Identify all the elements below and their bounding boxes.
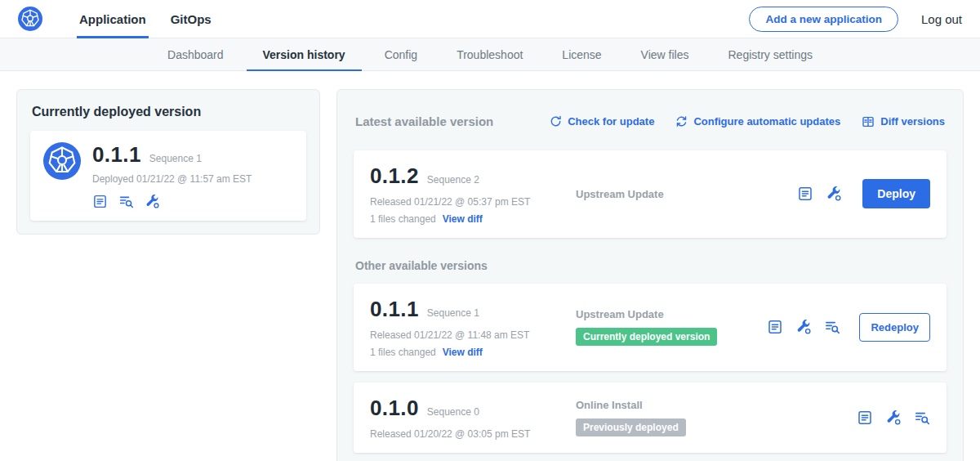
app-subnav: Dashboard Version history Config Trouble…: [0, 38, 980, 71]
versions-panel: Latest available version Check for updat…: [336, 89, 964, 461]
subnav-license[interactable]: License: [542, 38, 621, 70]
sync-icon: [675, 115, 688, 128]
subnav-registry-settings[interactable]: Registry settings: [709, 38, 832, 70]
top-navbar: Application GitOps Add a new application…: [0, 0, 980, 38]
currently-deployed-title: Currently deployed version: [32, 105, 306, 119]
subnav-version-history[interactable]: Version history: [243, 38, 365, 70]
version-sequence: Sequence 0: [427, 406, 479, 418]
configure-updates-link[interactable]: Configure automatic updates: [675, 115, 840, 128]
config-wrench-icon[interactable]: [826, 186, 842, 202]
version-number: 0.1.0: [370, 396, 419, 421]
version-source: Online Install: [576, 399, 857, 411]
version-number: 0.1.2: [370, 163, 419, 189]
view-files-icon[interactable]: [118, 194, 134, 209]
diff-icon: [862, 115, 875, 128]
configure-updates-label: Configure automatic updates: [693, 115, 840, 128]
config-wrench-icon[interactable]: [885, 410, 902, 426]
released-date: Released 01/21/22 @ 11:48 am EST: [370, 329, 576, 341]
released-date: Released 01/21/22 @ 05:37 pm EST: [370, 196, 576, 208]
version-number: 0.1.1: [370, 297, 419, 322]
kubernetes-logo-icon: [18, 7, 42, 31]
config-wrench-icon[interactable]: [145, 194, 160, 209]
released-date: Released 01/20/22 @ 03:05 pm EST: [370, 428, 576, 440]
view-diff-link[interactable]: View diff: [443, 213, 483, 225]
logout-button[interactable]: Log out: [921, 12, 962, 26]
release-notes-icon[interactable]: [92, 194, 108, 209]
currently-deployed-badge: Currently deployed version: [576, 328, 717, 346]
view-files-icon[interactable]: [914, 410, 930, 426]
version-sequence: Sequence 1: [427, 307, 479, 319]
tab-application[interactable]: Application: [67, 0, 158, 38]
deployed-version-number: 0.1.1: [92, 142, 141, 168]
version-card-0-1-0: 0.1.0 Sequence 0 Released 01/20/22 @ 03:…: [354, 383, 947, 453]
other-versions-title: Other available versions: [354, 259, 947, 272]
check-for-update-link[interactable]: Check for update: [550, 115, 654, 128]
diff-versions-link[interactable]: Diff versions: [862, 115, 945, 128]
subnav-dashboard[interactable]: Dashboard: [148, 38, 243, 70]
subnav-config[interactable]: Config: [365, 38, 437, 70]
main-content: Currently deployed version 0.1.1 Sequenc…: [0, 71, 980, 461]
version-source: Upstream Update: [576, 188, 797, 200]
files-changed-label: 1 files changed: [370, 213, 436, 225]
release-notes-icon[interactable]: [797, 186, 813, 202]
view-diff-link[interactable]: View diff: [443, 347, 483, 358]
tab-gitops[interactable]: GitOps: [158, 0, 224, 38]
currently-deployed-panel: Currently deployed version 0.1.1 Sequenc…: [16, 89, 320, 235]
app-logo-icon: [43, 142, 81, 209]
version-sequence: Sequence 2: [427, 174, 479, 186]
release-notes-icon[interactable]: [767, 319, 783, 335]
version-card-0-1-1: 0.1.1 Sequence 1 Released 01/21/22 @ 11:…: [354, 284, 947, 371]
refresh-icon: [550, 115, 562, 128]
latest-available-title: Latest available version: [355, 114, 493, 128]
deploy-button[interactable]: Deploy: [862, 179, 930, 208]
diff-versions-label: Diff versions: [880, 115, 945, 128]
add-application-button[interactable]: Add a new application: [749, 7, 898, 32]
version-source: Upstream Update: [576, 308, 767, 320]
version-card-latest: 0.1.2 Sequence 2 Released 01/21/22 @ 05:…: [354, 150, 947, 238]
deployed-date: Deployed 01/21/22 @ 11:57 am EST: [92, 173, 252, 185]
check-for-update-label: Check for update: [568, 115, 654, 128]
files-changed-label: 1 files changed: [370, 347, 436, 358]
redeploy-button[interactable]: Redeploy: [859, 313, 930, 342]
config-wrench-icon[interactable]: [795, 319, 812, 335]
subnav-troubleshoot[interactable]: Troubleshoot: [437, 38, 542, 70]
deployed-version-card: 0.1.1 Sequence 1 Deployed 01/21/22 @ 11:…: [30, 131, 306, 221]
view-files-icon[interactable]: [824, 319, 840, 335]
previously-deployed-badge: Previously deployed: [576, 418, 686, 436]
deployed-sequence: Sequence 1: [149, 153, 202, 164]
release-notes-icon[interactable]: [857, 410, 873, 426]
subnav-view-files[interactable]: View files: [621, 38, 709, 70]
